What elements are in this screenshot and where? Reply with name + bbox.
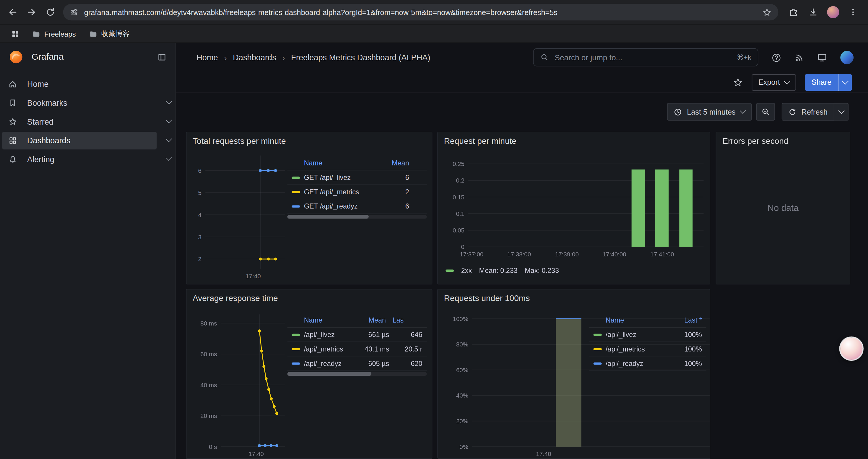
legend-row[interactable]: /api/_metrics 40.1 ms 20.5 r (287, 342, 427, 357)
site-settings-icon[interactable] (70, 8, 79, 17)
extensions-icon[interactable] (784, 3, 803, 22)
chevron-down-icon[interactable] (166, 117, 172, 123)
legend-inline[interactable]: 2xx Mean: 0.233 Max: 0.233 (445, 267, 559, 274)
sidebar: Grafana Home Bookmarks Starred (0, 43, 176, 459)
bookmark-folder-freeleaps[interactable]: Freeleaps (27, 28, 81, 41)
request-per-minute-chart[interactable]: 0.250.20.150.10.05017:37:0017:38:0017:39… (445, 157, 705, 268)
legend-col-name[interactable]: Name (606, 317, 659, 324)
zoom-out-icon (761, 107, 770, 117)
legend-row[interactable]: GET /api/_readyz 6 (287, 199, 427, 214)
legend-col-mean[interactable]: Mean (376, 160, 409, 167)
monitor-icon[interactable] (817, 53, 827, 63)
average-response-time-chart[interactable]: 80 ms60 ms40 ms20 ms0 s17:40 (192, 314, 287, 458)
export-button[interactable]: Export (752, 74, 796, 90)
sidebar-item-home[interactable]: Home (2, 75, 157, 93)
share-dropdown[interactable] (838, 74, 852, 90)
assistant-avatar-overlay[interactable] (839, 336, 864, 361)
bookmark-folder-blogs[interactable]: 收藏博客 (84, 28, 135, 41)
legend-col-name[interactable]: Name (304, 317, 351, 324)
help-icon[interactable] (772, 53, 781, 62)
series-name[interactable]: /api/_readyz (606, 359, 659, 367)
refresh-interval-dropdown[interactable] (834, 103, 849, 121)
svg-text:17:37:00: 17:37:00 (460, 251, 483, 258)
breadcrumb-separator (282, 53, 285, 62)
sidebar-item-dashboards[interactable]: Dashboards (2, 132, 157, 150)
total-requests-chart[interactable]: 6543217:40 (192, 155, 287, 282)
sidebar-item-bookmarks[interactable]: Bookmarks (2, 94, 157, 112)
series-name[interactable]: /api/_readyz (304, 359, 355, 367)
series-name[interactable]: /api/_livez (304, 331, 355, 338)
svg-text:0.25: 0.25 (453, 160, 464, 167)
legend-scrollbar[interactable] (287, 372, 427, 376)
share-button[interactable]: Share (805, 74, 838, 90)
series-name[interactable]: GET /api/_readyz (304, 202, 376, 210)
legend-col-mean[interactable]: Mean (351, 317, 386, 324)
series-name[interactable]: /api/_metrics (606, 345, 659, 353)
legend-scrollbar[interactable] (287, 215, 427, 219)
search-box[interactable]: ⌘+k (533, 48, 758, 66)
legend-scrollbar-thumb[interactable] (287, 372, 371, 376)
legend-row[interactable]: GET /api/_metrics 2 (287, 185, 427, 199)
back-button[interactable] (3, 3, 22, 22)
series-name[interactable]: 2xx (461, 267, 472, 274)
chevron-down-icon[interactable] (166, 155, 172, 161)
panel-title[interactable]: Average response time (193, 293, 278, 303)
series-name[interactable]: GET /api/_metrics (304, 188, 376, 196)
svg-text:17:41:00: 17:41:00 (650, 251, 674, 258)
chevron-down-icon[interactable] (166, 98, 172, 104)
address-bar[interactable]: grafana.mathmast.com/d/deytv4rwavabkb/fr… (63, 4, 778, 21)
legend-row[interactable]: /api/_readyz 605 µs 620 (287, 357, 427, 371)
series-name[interactable]: GET /api/_livez (304, 173, 376, 181)
svg-text:40 ms: 40 ms (200, 382, 217, 388)
legend-row[interactable]: /api/_livez 100% (589, 328, 706, 342)
breadcrumb-home[interactable]: Home (196, 53, 218, 62)
browser-actions (784, 3, 865, 22)
sidebar-nav: Home Bookmarks Starred Dashboards (0, 71, 176, 173)
panel-title[interactable]: Request per minute (444, 136, 517, 145)
chevron-down-icon[interactable] (166, 136, 172, 142)
downloads-icon[interactable] (804, 3, 823, 22)
sidebar-item-label: Dashboards (27, 136, 71, 145)
bookmark-star-icon[interactable] (762, 7, 772, 17)
rss-icon[interactable] (795, 53, 804, 62)
zoom-out-button[interactable] (756, 103, 775, 121)
sidebar-item-alerting[interactable]: Alerting (2, 151, 157, 168)
apps-grid-icon[interactable] (6, 25, 25, 43)
legend-col-last[interactable]: Last * (659, 317, 702, 324)
forward-button[interactable] (22, 3, 41, 22)
legend-col-name[interactable]: Name (304, 160, 376, 167)
legend-row[interactable]: GET /api/_livez 6 (287, 170, 427, 185)
time-range-label: Last 5 minutes (687, 107, 736, 116)
legend-row[interactable]: /api/_livez 661 µs 646 (287, 328, 427, 342)
series-last: 20.5 r (389, 345, 422, 353)
profile-avatar[interactable] (824, 3, 843, 22)
legend-scrollbar-thumb[interactable] (287, 215, 368, 219)
dock-menu-icon[interactable] (157, 52, 167, 62)
sidebar-item-label: Alerting (27, 155, 54, 164)
panel-title[interactable]: Requests under 100ms (444, 293, 530, 303)
sidebar-item-starred[interactable]: Starred (2, 113, 157, 131)
reload-button[interactable] (41, 3, 60, 22)
user-avatar[interactable] (840, 51, 854, 64)
search-input[interactable] (554, 52, 732, 62)
legend-header: Name Mean Las (287, 314, 427, 328)
url-text[interactable]: grafana.mathmast.com/d/deytv4rwavabkb/fr… (84, 8, 757, 16)
legend-col-last[interactable]: Las (386, 317, 426, 324)
panel-requests-under-100ms: Requests under 100ms 100%80%60%40%20%0%1… (437, 289, 710, 459)
series-color-marker (593, 362, 602, 364)
time-range-picker[interactable]: Last 5 minutes (667, 103, 752, 121)
svg-text:17:40:00: 17:40:00 (603, 251, 626, 258)
breadcrumb-dashboards[interactable]: Dashboards (233, 53, 276, 62)
export-label: Export (758, 78, 780, 86)
legend-header: Name Mean (287, 157, 427, 170)
panel-title[interactable]: Total requests per minute (193, 136, 286, 145)
refresh-button[interactable]: Refresh (781, 103, 834, 121)
menu-kebab-icon[interactable] (844, 3, 863, 22)
legend-row[interactable]: /api/_metrics 100% (589, 342, 706, 357)
legend-row[interactable]: /api/_readyz 100% (589, 357, 706, 371)
series-name[interactable]: /api/_livez (606, 331, 659, 338)
series-name[interactable]: /api/_metrics (304, 345, 355, 353)
share-label: Share (812, 78, 832, 86)
favorite-star-icon[interactable] (733, 77, 743, 87)
svg-text:0: 0 (461, 243, 464, 250)
